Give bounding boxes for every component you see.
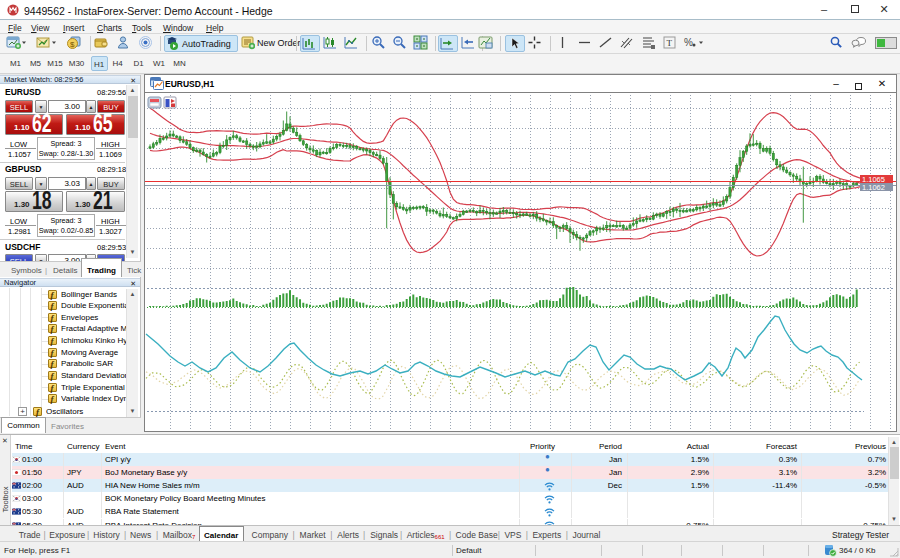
svg-text:$: $ <box>70 40 75 49</box>
svg-text:T: T <box>667 38 673 48</box>
svg-text:%: % <box>684 37 693 48</box>
svg-text:1.1062: 1.1062 <box>862 183 885 192</box>
